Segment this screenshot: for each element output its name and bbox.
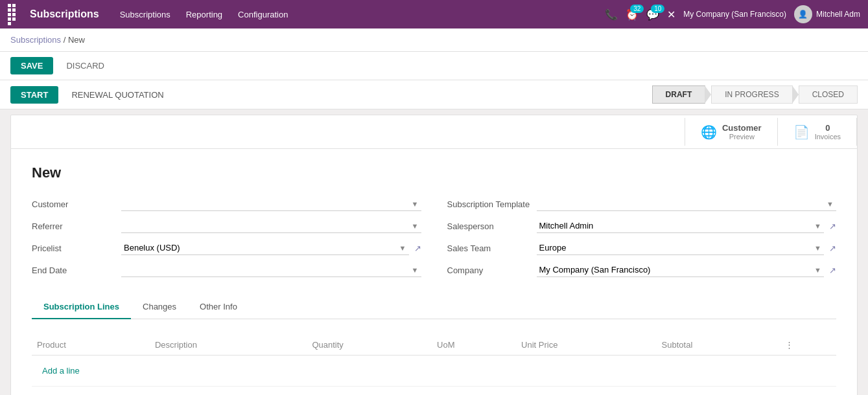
customer-preview-label: Customer Preview <box>722 123 762 141</box>
table-section: Product Description Quantity UoM Unit Pr… <box>11 335 857 395</box>
nav-reporting[interactable]: Reporting <box>186 10 222 19</box>
tabs-bar: Subscription Lines Changes Other Info <box>32 295 836 319</box>
pipeline: DRAFT IN PROGRESS CLOSED <box>652 85 858 104</box>
breadcrumb-parent[interactable]: Subscriptions <box>10 35 61 45</box>
pipeline-arrow-2 <box>792 85 799 104</box>
company-select-wrapper: ▼ <box>537 263 825 277</box>
user-menu[interactable]: 👤 Mitchell Adm <box>794 5 860 23</box>
pipeline-step-closed[interactable]: CLOSED <box>799 85 858 104</box>
company-name: My Company (San Francisco) <box>683 10 786 19</box>
customer-label: Customer <box>32 199 116 209</box>
tab-changes[interactable]: Changes <box>131 295 188 319</box>
nav-configuration[interactable]: Configuration <box>238 10 288 19</box>
company-external-link[interactable]: ↗ <box>829 265 836 275</box>
subscription-template-row: Subscription Template ▼ <box>447 197 837 211</box>
form-left: Customer ▼ Referrer <box>32 197 421 285</box>
salesperson-row: Salesperson ▼ ↗ <box>447 219 837 233</box>
action-bar: SAVE DISCARD <box>0 52 868 80</box>
referrer-label: Referrer <box>32 221 116 231</box>
end-date-label: End Date <box>32 265 116 275</box>
end-date-input-wrap: ▼ <box>121 263 421 277</box>
form-body: New Customer ▼ Referrer <box>11 149 857 335</box>
smart-buttons: 🌐 Customer Preview 📄 0 Invoices <box>11 115 857 149</box>
breadcrumb: Subscriptions / New <box>0 28 868 52</box>
grid-menu-icon[interactable] <box>8 4 19 25</box>
subscription-template-select-wrapper: ▼ <box>537 197 837 211</box>
breadcrumb-separator: / <box>64 35 66 45</box>
salesperson-label: Salesperson <box>447 221 532 231</box>
col-subtotal: Subtotal <box>657 335 780 356</box>
pipeline-arrow-1 <box>705 85 711 104</box>
subscription-template-label: Subscription Template <box>447 199 532 209</box>
referrer-select-wrapper: ▼ <box>121 219 421 233</box>
form-grid: Customer ▼ Referrer <box>32 197 836 285</box>
pricelist-input[interactable] <box>121 241 409 255</box>
form-card: 🌐 Customer Preview 📄 0 Invoices New <box>10 115 858 395</box>
close-icon[interactable]: ✕ <box>667 8 675 21</box>
form-right: Subscription Template ▼ Salesperson <box>447 197 837 285</box>
company-row: Company ▼ ↗ <box>447 263 837 277</box>
activities-badge: 32 <box>630 5 644 13</box>
referrer-row: Referrer ▼ <box>32 219 421 233</box>
end-date-input[interactable] <box>121 263 421 277</box>
globe-icon: 🌐 <box>701 124 717 140</box>
subscription-template-input-wrap: ▼ <box>537 197 837 211</box>
customer-select-wrapper: ▼ <box>121 197 421 211</box>
salesperson-external-link[interactable]: ↗ <box>829 221 836 231</box>
salesperson-select-wrapper: ▼ <box>537 219 825 233</box>
subscription-lines-table: Product Description Quantity UoM Unit Pr… <box>32 335 836 387</box>
pipeline-step-draft[interactable]: DRAFT <box>652 85 706 104</box>
discard-button[interactable]: DISCARD <box>58 57 112 74</box>
company-input-wrap: ▼ ↗ <box>537 263 837 277</box>
end-date-select-wrapper: ▼ <box>121 263 421 277</box>
breadcrumb-current: New <box>68 35 85 45</box>
pricelist-row: Pricelist ▼ ↗ <box>32 241 421 255</box>
sales-team-label: Sales Team <box>447 243 532 253</box>
empty-row: Add a line <box>32 356 836 387</box>
tab-subscription-lines[interactable]: Subscription Lines <box>32 295 131 319</box>
table-header: Product Description Quantity UoM Unit Pr… <box>32 335 836 356</box>
subscription-template-input[interactable] <box>537 197 837 211</box>
user-name: Mitchell Adm <box>816 10 860 19</box>
nav-subscriptions[interactable]: Subscriptions <box>120 10 170 19</box>
brand-title: Subscriptions <box>30 8 99 20</box>
company-label: Company <box>447 265 532 275</box>
top-navigation: Subscriptions Subscriptions Reporting Co… <box>0 0 868 28</box>
pricelist-external-link[interactable]: ↗ <box>414 243 421 253</box>
customer-input[interactable] <box>121 197 421 211</box>
main-content: 🌐 Customer Preview 📄 0 Invoices New <box>0 115 868 395</box>
tab-other-info[interactable]: Other Info <box>188 295 249 319</box>
pricelist-select-wrapper: ▼ <box>121 241 409 255</box>
invoices-button[interactable]: 📄 0 Invoices <box>778 118 857 146</box>
user-avatar: 👤 <box>794 5 812 23</box>
pricelist-input-wrap: ▼ ↗ <box>121 241 421 255</box>
messages-badge: 10 <box>651 5 664 13</box>
sales-team-external-link[interactable]: ↗ <box>829 243 836 253</box>
sales-team-row: Sales Team ▼ ↗ <box>447 241 837 255</box>
salesperson-input[interactable] <box>537 219 825 233</box>
start-button[interactable]: START <box>10 86 58 104</box>
phone-icon[interactable]: 📞 <box>605 8 618 21</box>
referrer-input[interactable] <box>121 219 421 233</box>
status-bar-left: START RENEWAL QUOTATION <box>10 86 172 104</box>
salesperson-input-wrap: ▼ ↗ <box>537 219 837 233</box>
pricelist-label: Pricelist <box>32 243 116 253</box>
pipeline-step-inprogress[interactable]: IN PROGRESS <box>711 85 792 104</box>
company-input[interactable] <box>537 263 825 277</box>
main-nav: Subscriptions Reporting Configuration <box>120 10 595 19</box>
referrer-input-wrap: ▼ <box>121 219 421 233</box>
renewal-button[interactable]: RENEWAL QUOTATION <box>64 86 171 104</box>
messages-icon[interactable]: 💬 10 <box>646 8 659 21</box>
sales-team-input[interactable] <box>537 241 825 255</box>
customer-preview-button[interactable]: 🌐 Customer Preview <box>685 118 778 146</box>
status-bar: START RENEWAL QUOTATION DRAFT IN PROGRES… <box>0 80 868 109</box>
sales-team-select-wrapper: ▼ <box>537 241 825 255</box>
customer-input-wrap: ▼ <box>121 197 421 211</box>
save-button[interactable]: SAVE <box>10 57 53 74</box>
col-quantity: Quantity <box>307 335 432 356</box>
table-body: Add a line <box>32 356 836 387</box>
add-line-button[interactable]: Add a line <box>37 361 85 381</box>
topnav-right: 📞 ⏰ 32 💬 10 ✕ My Company (San Francisco)… <box>605 5 860 23</box>
col-product: Product <box>32 335 150 356</box>
activities-icon[interactable]: ⏰ 32 <box>626 8 639 21</box>
